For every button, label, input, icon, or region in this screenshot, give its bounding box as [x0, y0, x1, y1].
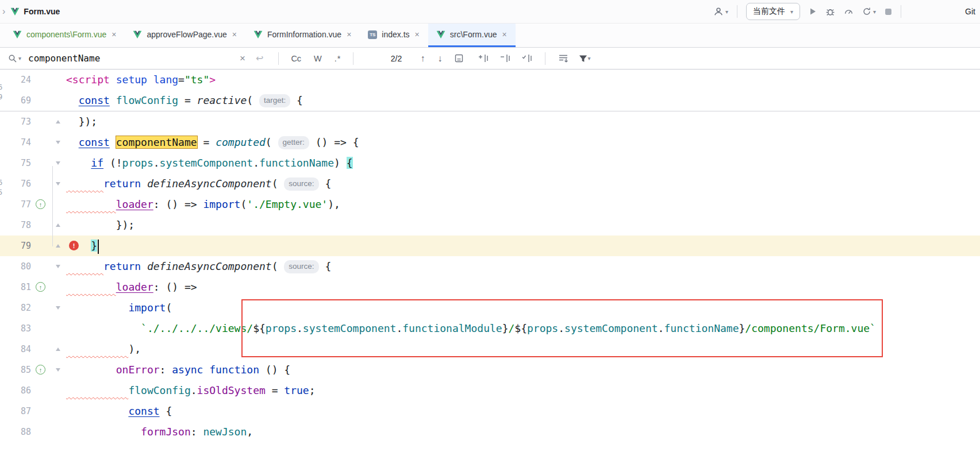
line-number[interactable]: 76 — [0, 173, 31, 194]
inlay-hint: target: — [259, 94, 290, 107]
remove-selection-icon[interactable] — [500, 54, 512, 63]
fold-end-icon[interactable] — [56, 348, 60, 351]
find-bar: ▾ componentName × ↩ Cc W .* 2/2 ↑ ↓ — [0, 48, 980, 70]
line-number[interactable]: 24 — [0, 70, 31, 90]
fold-range-guide — [52, 166, 53, 246]
code-text: flowConfig.isOldSystem = true; — [66, 380, 316, 401]
stop-button[interactable] — [885, 8, 892, 16]
tab-forminformation-vue[interactable]: FormInformation.vue× — [245, 24, 360, 47]
add-selection-icon[interactable] — [478, 54, 490, 63]
tab-label: FormInformation.vue — [267, 30, 341, 39]
fold-end-icon[interactable] — [56, 223, 60, 227]
edge-digit: 9 — [0, 93, 2, 101]
newline-icon[interactable]: ↩ — [256, 53, 263, 64]
fold-expanded-icon[interactable] — [56, 368, 60, 372]
code-line-74[interactable]: 74 const componentName = computed( gette… — [0, 132, 980, 153]
code-line-75[interactable]: 75 if (!props.systemComponent.functionNa… — [0, 153, 980, 173]
fold-expanded-icon[interactable] — [56, 141, 60, 144]
code-line-85[interactable]: 85↑ onError: async function () { — [0, 360, 980, 380]
tab-src-form-vue[interactable]: src\Form.vue× — [428, 24, 516, 47]
search-input[interactable]: componentName — [28, 53, 240, 64]
line-number[interactable]: 74 — [0, 132, 31, 153]
fold-end-icon[interactable] — [56, 120, 60, 123]
open-results-icon[interactable] — [558, 54, 568, 63]
bug-icon — [825, 7, 835, 17]
line-number[interactable]: 78 — [0, 215, 31, 235]
code-line-82[interactable]: 82 import( — [0, 298, 980, 318]
vue-icon — [13, 30, 22, 39]
filter-icon[interactable]: ▾ — [579, 55, 590, 63]
close-icon[interactable]: × — [111, 30, 117, 38]
line-number[interactable]: 79 — [0, 235, 31, 256]
code-text: loader: () => import('./Empty.vue'), — [66, 194, 340, 215]
rerun-button[interactable]: ▾ — [862, 7, 876, 16]
search-mode-button[interactable]: ▾ — [8, 54, 21, 63]
editor[interactable]: 24<script setup lang="ts">69 const flowC… — [0, 70, 980, 471]
code-line-87[interactable]: 87 const { — [0, 401, 980, 422]
tab-index-ts[interactable]: TSindex.ts× — [360, 24, 428, 47]
select-all-occurrences-icon[interactable] — [522, 54, 533, 63]
gutter-arrow-icon[interactable]: ↑ — [36, 199, 45, 209]
code-line-88[interactable]: 88 formJson: newJson, — [0, 422, 980, 442]
line-number[interactable]: 86 — [0, 380, 31, 401]
git-label[interactable]: Git — [965, 7, 975, 16]
whole-words-toggle[interactable]: W — [314, 54, 322, 63]
line-number[interactable]: 85 — [0, 360, 31, 380]
code-line-77[interactable]: 77↑ loader: () => import('./Empty.vue'), — [0, 194, 980, 215]
fold-expanded-icon[interactable] — [56, 161, 60, 165]
previous-occurrence-button[interactable]: ↑ — [420, 53, 425, 64]
inlay-hint: source: — [284, 260, 318, 273]
tab-label: approveFlowPage.vue — [147, 30, 226, 39]
code-line-73[interactable]: 73 }); — [0, 111, 980, 132]
profiler-button[interactable] — [844, 7, 854, 17]
inlay-hint: source: — [284, 177, 318, 191]
fold-expanded-icon[interactable] — [56, 306, 60, 310]
sticky-line-69[interactable]: 69 const flowConfig = reactive( target: … — [0, 90, 980, 111]
line-number[interactable]: 82 — [0, 298, 31, 318]
sticky-line-24[interactable]: 24<script setup lang="ts"> — [0, 70, 980, 90]
code-line-79[interactable]: 79! } — [0, 235, 980, 256]
line-number[interactable]: 81 — [0, 277, 31, 298]
close-icon[interactable]: × — [346, 30, 352, 38]
run-button[interactable] — [809, 7, 817, 16]
search-icon — [8, 54, 17, 63]
gutter-arrow-icon[interactable]: ↑ — [36, 365, 45, 375]
debug-button[interactable] — [825, 7, 835, 17]
line-number[interactable]: 88 — [0, 422, 31, 442]
line-number[interactable]: 77 — [0, 194, 31, 215]
code-line-76[interactable]: 76 return defineAsyncComponent( source: … — [0, 173, 980, 194]
code-line-86[interactable]: 86 flowConfig.isOldSystem = true; — [0, 380, 980, 401]
line-number[interactable]: 83 — [0, 318, 31, 339]
line-number[interactable]: 84 — [0, 339, 31, 360]
user-profile-button[interactable]: ▾ — [713, 6, 728, 17]
line-number[interactable]: 80 — [0, 256, 31, 277]
code-line-81[interactable]: 81↑ loader: () => — [0, 277, 980, 298]
run-config-selector[interactable]: 当前文件 ▾ — [746, 3, 800, 20]
line-number[interactable]: 87 — [0, 401, 31, 422]
match-case-toggle[interactable]: Cc — [291, 54, 301, 63]
line-number[interactable]: 75 — [0, 153, 31, 173]
regex-toggle[interactable]: .* — [335, 54, 341, 63]
code-line-78[interactable]: 78 }); — [0, 215, 980, 235]
clear-search-icon[interactable]: × — [240, 53, 245, 64]
find-in-selection-icon[interactable] — [455, 54, 463, 63]
close-icon[interactable]: × — [501, 30, 507, 38]
tab-components-form-vue[interactable]: components\Form.vue× — [5, 24, 125, 47]
next-occurrence-button[interactable]: ↓ — [437, 53, 442, 64]
gutter-arrow-icon[interactable]: ↑ — [36, 282, 45, 292]
fold-end-icon[interactable] — [56, 244, 60, 248]
close-icon[interactable]: × — [232, 30, 237, 38]
user-icon — [713, 6, 724, 17]
code-line-80[interactable]: 80 return defineAsyncComponent( source: … — [0, 256, 980, 277]
fold-expanded-icon[interactable] — [56, 182, 60, 186]
fold-expanded-icon[interactable] — [56, 265, 60, 268]
close-icon[interactable]: × — [414, 30, 420, 38]
tab-label: src\Form.vue — [450, 30, 497, 39]
separator — [278, 52, 279, 65]
line-number[interactable]: 69 — [0, 90, 31, 111]
line-number[interactable]: 73 — [0, 111, 31, 132]
code-line-84[interactable]: 84 ), — [0, 339, 980, 360]
chevron-down-icon: ▾ — [790, 9, 793, 15]
tab-approveflowpage-vue[interactable]: approveFlowPage.vue× — [125, 24, 245, 47]
code-line-83[interactable]: 83 `./../../../views/${props.systemCompo… — [0, 318, 980, 339]
